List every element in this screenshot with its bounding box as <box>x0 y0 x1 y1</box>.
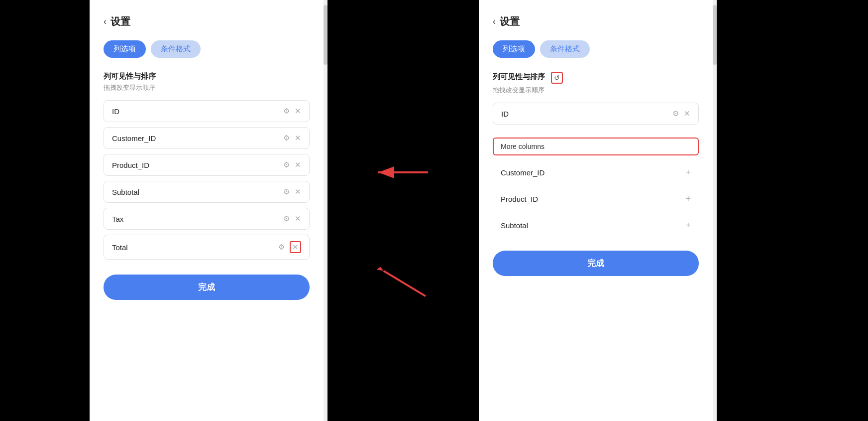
left-scrollbar-thumb[interactable] <box>324 5 327 65</box>
left-done-wrapper: 完成 <box>104 265 310 300</box>
left-gear-icon-total[interactable]: ⚙ <box>278 243 285 252</box>
right-add-productid[interactable]: + <box>685 194 691 204</box>
left-column-item-productid: Product_ID ⚙ ✕ <box>104 154 310 176</box>
refresh-icon: ↺ <box>554 74 560 82</box>
right-more-label-productid: Product_ID <box>501 195 538 203</box>
svg-line-3 <box>384 260 426 308</box>
right-more-subtotal: Subtotal + <box>493 214 699 237</box>
right-margin <box>717 0 868 421</box>
left-back-button[interactable]: ‹ <box>104 16 107 27</box>
left-column-label-tax: Tax <box>112 215 123 223</box>
left-column-actions-id: ⚙ ✕ <box>283 107 301 116</box>
right-more-label-subtotal: Subtotal <box>501 221 528 230</box>
left-close-icon-customerid[interactable]: ✕ <box>295 134 301 142</box>
right-tab-row: 列选项 条件格式 <box>493 40 699 58</box>
left-close-icon-productid[interactable]: ✕ <box>295 160 301 169</box>
left-column-item-tax: Tax ⚙ ✕ <box>104 208 310 230</box>
right-column-item-id: ID ⚙ ✕ <box>493 103 699 125</box>
right-settings-header: ‹ 设置 <box>493 15 699 28</box>
right-section-header-row: 列可见性与排序 ↺ <box>493 72 699 84</box>
right-settings-title: 设置 <box>500 15 520 28</box>
right-column-label-id: ID <box>501 110 509 118</box>
right-section-title: 列可见性与排序 <box>493 72 545 82</box>
left-close-icon-total[interactable]: ✕ <box>290 241 301 253</box>
left-column-item-total: Total ⚙ ✕ <box>104 235 310 260</box>
right-tab-format[interactable]: 条件格式 <box>540 40 590 58</box>
refresh-badge[interactable]: ↺ <box>551 72 563 84</box>
left-column-item-id: ID ⚙ ✕ <box>104 100 310 122</box>
left-column-item-subtotal: Subtotal ⚙ ✕ <box>104 181 310 203</box>
right-close-icon-id[interactable]: ✕ <box>684 109 690 118</box>
left-column-actions-productid: ⚙ ✕ <box>283 160 301 169</box>
left-settings-title: 设置 <box>110 15 130 28</box>
left-close-icon-subtotal[interactable]: ✕ <box>295 187 301 196</box>
right-back-button[interactable]: ‹ <box>493 16 496 27</box>
left-margin <box>0 0 90 421</box>
right-section-subtitle: 拖拽改变显示顺序 <box>493 86 699 95</box>
left-section-title: 列可见性与排序 <box>104 72 310 81</box>
arrow-up-indicator <box>373 244 449 323</box>
left-gear-icon-tax[interactable]: ⚙ <box>283 214 290 223</box>
left-column-item-customerid: Customer_ID ⚙ ✕ <box>104 127 310 149</box>
right-done-button[interactable]: 完成 <box>493 251 699 276</box>
left-gear-icon-subtotal[interactable]: ⚙ <box>283 187 290 196</box>
right-done-wrapper: 完成 <box>493 241 699 276</box>
left-column-label-total: Total <box>112 243 128 252</box>
left-tab-row: 列选项 条件格式 <box>104 40 310 58</box>
left-gear-icon-id[interactable]: ⚙ <box>283 107 290 116</box>
left-column-actions-subtotal: ⚙ ✕ <box>283 187 301 196</box>
left-close-icon-tax[interactable]: ✕ <box>295 214 301 223</box>
right-add-subtotal[interactable]: + <box>685 220 691 231</box>
right-column-actions-id: ⚙ ✕ <box>672 109 690 118</box>
left-column-label-subtotal: Subtotal <box>112 188 139 196</box>
arrow-left-indicator <box>373 160 433 187</box>
left-column-label-customerid: Customer_ID <box>112 134 156 142</box>
right-more-productid: Product_ID + <box>493 188 699 210</box>
right-tab-columns[interactable]: 列选项 <box>493 40 535 58</box>
left-column-actions-tax: ⚙ ✕ <box>283 214 301 223</box>
left-tab-columns[interactable]: 列选项 <box>104 40 146 58</box>
right-add-customerid[interactable]: + <box>685 167 691 178</box>
right-gear-icon-id[interactable]: ⚙ <box>672 109 679 118</box>
left-close-icon-id[interactable]: ✕ <box>295 107 301 116</box>
left-section-subtitle: 拖拽改变显示顺序 <box>104 83 310 92</box>
left-gear-icon-customerid[interactable]: ⚙ <box>283 134 290 142</box>
left-column-actions-customerid: ⚙ ✕ <box>283 134 301 142</box>
left-column-label-productid: Product_ID <box>112 161 149 169</box>
middle-section <box>327 0 479 421</box>
left-gear-icon-productid[interactable]: ⚙ <box>283 160 290 169</box>
right-scrollbar-thumb[interactable] <box>713 5 717 65</box>
left-done-button[interactable]: 完成 <box>104 275 310 300</box>
right-more-label-customerid: Customer_ID <box>501 168 544 177</box>
left-panel: ‹ 设置 列选项 条件格式 列可见性与排序 拖拽改变显示顺序 ID ⚙ ✕ Cu… <box>90 0 324 421</box>
right-panel: ‹ 设置 列选项 条件格式 列可见性与排序 ↺ 拖拽改变显示顺序 ID ⚙ ✕ … <box>479 0 713 421</box>
left-tab-format[interactable]: 条件格式 <box>151 40 201 58</box>
left-settings-header: ‹ 设置 <box>104 15 310 28</box>
more-columns-label: More columns <box>493 138 699 155</box>
right-more-customerid: Customer_ID + <box>493 161 699 184</box>
left-column-actions-total: ⚙ ✕ <box>278 241 301 253</box>
left-scrollbar[interactable] <box>324 0 327 421</box>
right-scrollbar[interactable] <box>713 0 717 421</box>
left-column-label-id: ID <box>112 107 119 116</box>
